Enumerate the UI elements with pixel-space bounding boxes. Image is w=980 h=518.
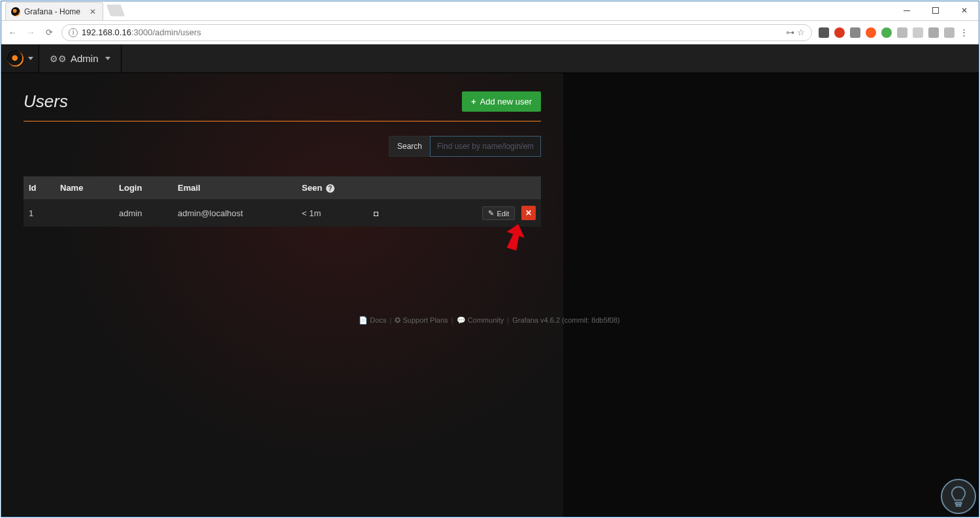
extension-icons: ⋮ — [819, 27, 973, 38]
shield-icon: ◘ — [374, 209, 378, 218]
delete-user-button[interactable]: ✕ — [521, 206, 536, 220]
url-path: :3000/admin/users — [131, 27, 201, 37]
table-row[interactable]: 1 admin admin@localhost < 1m ◘ ✎ Edit — [24, 199, 541, 227]
grafana-brand-menu[interactable] — [1, 44, 39, 73]
browser-menu-button[interactable]: ⋮ — [960, 27, 970, 38]
col-actions — [408, 176, 541, 199]
watermark-lightbulb-icon — [941, 479, 976, 514]
cell-admin-flag: ◘ — [368, 199, 408, 227]
col-email: Email — [172, 176, 297, 199]
window-controls: ✕ — [892, 1, 979, 20]
ext-icon[interactable] — [866, 27, 876, 38]
footer: 📄 Docs | ✪ Support Plans | 💬 Community |… — [0, 311, 979, 330]
window-close-button[interactable]: ✕ — [950, 1, 979, 20]
nav-forward-button[interactable]: → — [25, 27, 37, 37]
browser-titlebar: Grafana - Home ✕ ✕ — [1, 1, 979, 21]
cell-login: admin — [114, 199, 172, 227]
col-admin-flag — [368, 176, 408, 199]
col-name: Name — [55, 176, 114, 199]
ext-icon[interactable] — [850, 27, 860, 38]
users-table: Id Name Login Email Seen ? — [24, 176, 541, 227]
site-info-icon[interactable]: i — [69, 28, 78, 37]
cell-seen: < 1m — [297, 199, 368, 227]
address-bar[interactable]: i 192.168.0.16:3000/admin/users ⊶ ☆ — [61, 24, 812, 41]
cell-id: 1 — [24, 199, 55, 227]
help-icon[interactable]: ? — [326, 184, 335, 193]
footer-community-link[interactable]: 💬 Community — [457, 316, 504, 324]
window-maximize-button[interactable] — [921, 1, 950, 20]
ext-icon[interactable] — [881, 27, 892, 38]
ext-abp-icon[interactable] — [834, 27, 845, 38]
edit-user-button[interactable]: ✎ Edit — [482, 206, 515, 220]
tab-close-icon[interactable]: ✕ — [90, 7, 96, 16]
edit-icon: ✎ — [488, 209, 494, 218]
footer-support-link[interactable]: ✪ Support Plans — [395, 316, 448, 324]
ext-icon[interactable] — [897, 27, 907, 38]
chevron-down-icon — [28, 57, 33, 60]
grafana-logo-icon — [7, 50, 24, 67]
tab-title: Grafana - Home — [24, 7, 80, 16]
nav-admin-menu[interactable]: ⚙⚙ Admin — [39, 44, 122, 73]
footer-docs-link[interactable]: 📄 Docs — [359, 316, 386, 324]
add-new-user-button[interactable]: + Add new user — [462, 91, 541, 112]
key-icon[interactable]: ⊶ ☆ — [786, 27, 805, 37]
cell-email: admin@localhost — [172, 199, 297, 227]
new-tab-button[interactable] — [106, 5, 125, 16]
col-login: Login — [114, 176, 172, 199]
grafana-top-nav: ⚙⚙ Admin — [1, 44, 979, 73]
window-minimize-button[interactable] — [892, 1, 921, 20]
ext-icon[interactable] — [928, 27, 939, 38]
ext-icon[interactable] — [944, 27, 955, 38]
annotation-arrow-icon — [502, 222, 527, 251]
search-label: Search — [389, 136, 430, 157]
nav-admin-label: Admin — [71, 53, 99, 64]
url-host: 192.168.0.16 — [82, 27, 131, 37]
close-icon: ✕ — [525, 208, 532, 218]
page-title: Users — [24, 91, 68, 112]
cell-name — [55, 199, 114, 227]
plus-icon: + — [471, 97, 476, 106]
grafana-favicon-icon — [11, 7, 20, 16]
ext-icon[interactable] — [913, 27, 923, 38]
user-search-input[interactable] — [430, 136, 541, 157]
footer-version: Grafana v4.6.2 (commit: 8db5f08) — [512, 316, 619, 324]
add-button-label: Add new user — [480, 97, 532, 106]
gears-icon: ⚙⚙ — [50, 54, 67, 64]
ext-icon[interactable] — [819, 27, 829, 38]
col-seen: Seen ? — [297, 176, 368, 199]
browser-toolbar: ← → ⟳ i 192.168.0.16:3000/admin/users ⊶ … — [1, 21, 979, 44]
nav-reload-button[interactable]: ⟳ — [43, 27, 55, 37]
browser-tab[interactable]: Grafana - Home ✕ — [5, 2, 103, 20]
nav-back-button[interactable]: ← — [7, 27, 18, 37]
chevron-down-icon — [105, 57, 110, 60]
empty-area — [563, 73, 979, 517]
col-id: Id — [24, 176, 55, 199]
